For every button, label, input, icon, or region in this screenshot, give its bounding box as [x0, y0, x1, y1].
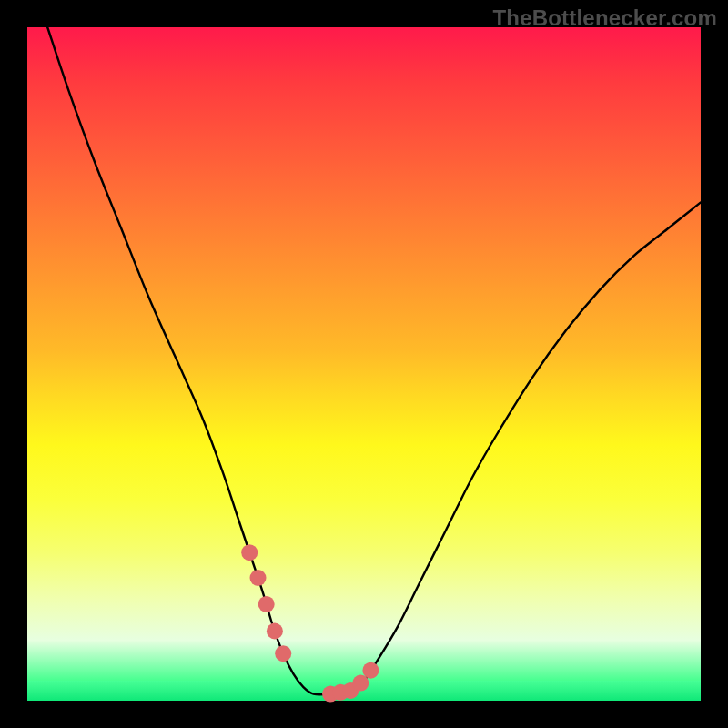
plot-area: [27, 27, 701, 701]
marker-dot: [267, 623, 283, 640]
chart-frame: TheBottlenecker.com: [0, 0, 728, 728]
curve-layer: [27, 27, 701, 701]
watermark-text: TheBottlenecker.com: [492, 5, 717, 31]
marker-dot: [258, 596, 275, 612]
bottleneck-curve: [47, 27, 701, 694]
marker-dots: [241, 544, 379, 702]
marker-dot: [275, 645, 291, 662]
marker-dot: [362, 662, 379, 679]
marker-dot: [241, 544, 258, 561]
marker-dot: [250, 570, 267, 586]
